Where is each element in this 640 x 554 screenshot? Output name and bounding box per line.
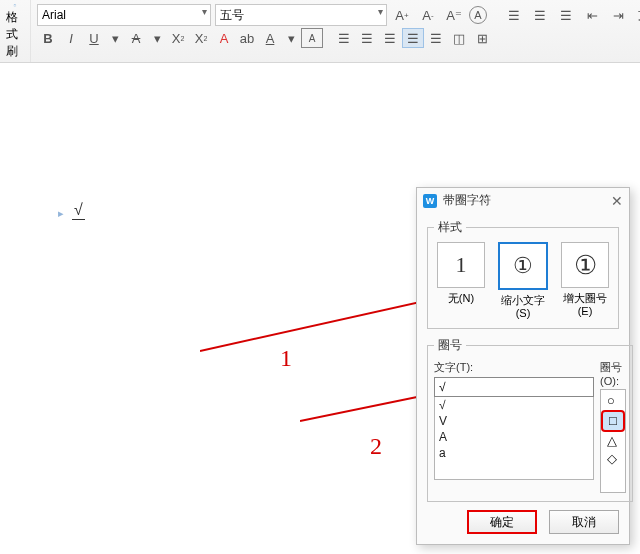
italic-button[interactable]: I <box>60 28 82 48</box>
style-enlarge-preview: ① <box>561 242 609 288</box>
grow-font-button[interactable]: A+ <box>391 5 413 25</box>
style-option-enlarge[interactable]: ① 增大圈号(E) <box>558 242 612 320</box>
style-legend: 样式 <box>434 219 466 236</box>
char-shading-button[interactable]: A <box>259 28 281 48</box>
dialog-titlebar[interactable]: W 带圈字符 ✕ <box>417 188 629 213</box>
sample-character: √ <box>72 201 85 220</box>
clipboard-icon <box>6 4 24 7</box>
svg-rect-1 <box>14 4 15 5</box>
document-canvas[interactable]: ▸ √ 1 2 W 带圈字符 ✕ 样式 1 无(N) <box>0 63 640 553</box>
underline-button[interactable]: U <box>83 28 105 48</box>
font-size-select[interactable] <box>215 4 387 26</box>
list-item[interactable]: A <box>435 429 593 445</box>
align-center-button[interactable]: ☰ <box>379 28 401 48</box>
enclosed-char-button[interactable]: A <box>469 6 487 24</box>
page-break-icon: ▸ <box>58 207 64 220</box>
style-fieldset: 样式 1 无(N) ① 缩小文字(S) ① 增大圈号(E) <box>427 219 619 329</box>
shape-option-circle[interactable]: ○ <box>601 392 625 410</box>
strike-button[interactable]: A <box>125 28 147 48</box>
svg-rect-0 <box>14 4 16 6</box>
shape-option-square[interactable]: □ <box>601 410 625 432</box>
text-label: 文字(T): <box>434 360 594 375</box>
style-none-label: 无(N) <box>448 292 474 305</box>
ribbon: 格式刷 A+ A- A⁼ A ☰ ☰ ☰ ⇤ ⇥ 文 A↓ ↵ B I U ▾ … <box>0 0 640 63</box>
subscript-button[interactable]: X2 <box>190 28 212 48</box>
cursor-position: ▸ √ <box>58 201 85 220</box>
font-family-select[interactable] <box>37 4 211 26</box>
format-painter-label: 格式刷 <box>6 9 24 60</box>
style-option-none[interactable]: 1 无(N) <box>434 242 488 320</box>
list-item[interactable]: V <box>435 413 593 429</box>
style-shrink-label: 缩小文字(S) <box>496 294 550 320</box>
numbering-button[interactable]: ☰ <box>529 5 551 25</box>
align-justify-button[interactable]: ☰ <box>402 28 424 48</box>
underline-more-icon[interactable]: ▾ <box>106 28 124 48</box>
dialog-title: 带圈字符 <box>443 192 491 209</box>
app-logo-icon: W <box>423 194 437 208</box>
multilevel-button[interactable]: ☰ <box>555 5 577 25</box>
text-direction-button[interactable]: 文 <box>633 5 640 25</box>
change-case-button[interactable]: A⁼ <box>443 5 465 25</box>
style-shrink-preview: ① <box>498 242 548 290</box>
char-border-button[interactable]: A <box>301 28 323 48</box>
align-distribute-button[interactable]: ☰ <box>333 28 355 48</box>
superscript-button[interactable]: X2 <box>167 28 189 48</box>
shape-option-triangle[interactable]: △ <box>601 432 625 450</box>
bullets-button[interactable]: ☰ <box>503 5 525 25</box>
char-shading-more[interactable]: ▾ <box>282 28 300 48</box>
format-painter-button[interactable]: 格式刷 <box>0 0 31 62</box>
decrease-indent-button[interactable]: ⇤ <box>581 5 603 25</box>
enclosed-char-dialog: W 带圈字符 ✕ 样式 1 无(N) ① 缩小文字(S) ① <box>416 187 630 545</box>
style-option-shrink[interactable]: ① 缩小文字(S) <box>496 242 550 320</box>
shape-option-diamond[interactable]: ◇ <box>601 450 625 468</box>
list-item[interactable]: a <box>435 445 593 461</box>
style-none-preview: 1 <box>437 242 485 288</box>
annotation-number-2: 2 <box>370 433 382 460</box>
enclose-legend: 圈号 <box>434 337 466 354</box>
line-spacing-button[interactable]: ☰ <box>425 28 447 48</box>
shape-label: 圈号(O): <box>600 360 626 387</box>
cancel-button[interactable]: 取消 <box>549 510 619 534</box>
ok-button[interactable]: 确定 <box>467 510 537 534</box>
strike-more-icon[interactable]: ▾ <box>148 28 166 48</box>
shape-options-list[interactable]: ○ □ △ ◇ <box>600 389 626 493</box>
enclose-fieldset: 圈号 文字(T): √ V A a 圈号(O): <box>427 337 633 502</box>
text-options-list[interactable]: √ V A a <box>434 396 594 480</box>
bold-button[interactable]: B <box>37 28 59 48</box>
increase-indent-button[interactable]: ⇥ <box>607 5 629 25</box>
borders-button[interactable]: ⊞ <box>471 28 493 48</box>
shading-button[interactable]: ◫ <box>448 28 470 48</box>
text-input[interactable] <box>434 377 594 397</box>
style-enlarge-label: 增大圈号(E) <box>558 292 612 318</box>
font-color-button[interactable]: A <box>213 28 235 48</box>
shrink-font-button[interactable]: A- <box>417 5 439 25</box>
list-item[interactable]: √ <box>435 397 593 413</box>
close-icon[interactable]: ✕ <box>611 193 623 209</box>
highlight-button[interactable]: ab <box>236 28 258 48</box>
annotation-number-1: 1 <box>280 345 292 372</box>
align-left-button[interactable]: ☰ <box>356 28 378 48</box>
